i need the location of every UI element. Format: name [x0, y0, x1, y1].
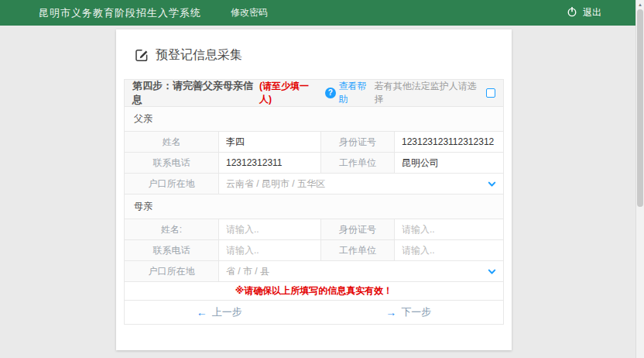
mother-phone-label: 联系电话	[125, 240, 219, 260]
scrollbar[interactable]: ▲	[635, 0, 644, 358]
power-icon	[567, 6, 577, 19]
arrow-left-icon: ←	[197, 307, 207, 318]
other-guardian-option: 若有其他法定监护人请选择	[375, 80, 495, 106]
father-work-label: 工作单位	[321, 153, 395, 173]
mother-name-label: 姓名:	[125, 219, 219, 239]
app-title: 昆明市义务教育阶段招生入学系统	[39, 6, 201, 20]
mother-name-input[interactable]	[219, 219, 320, 239]
form-card: 预登记信息采集 第四步：请完善父亲母亲信息 (请至少填一人) ? 查看帮助 若有…	[116, 29, 512, 350]
mother-region-label: 户口所在地	[125, 261, 219, 281]
father-name-label: 姓名	[125, 132, 219, 152]
father-name-id-row: 姓名 身份证号	[125, 132, 503, 153]
mother-region-value: 省 / 市 / 县	[219, 261, 480, 281]
father-phone-work-row: 联系电话 工作单位	[125, 153, 503, 174]
father-section-header: 父亲	[125, 107, 503, 132]
mother-work-input[interactable]	[395, 240, 503, 260]
mother-id-input[interactable]	[395, 219, 503, 239]
step-header: 第四步：请完善父亲母亲信息 (请至少填一人) ? 查看帮助 若有其他法定监护人请…	[125, 80, 503, 107]
father-name-input[interactable]	[219, 132, 320, 152]
next-step-button[interactable]: → 下一步	[314, 301, 504, 324]
chevron-down-icon	[480, 174, 503, 194]
scrollbar-thumb[interactable]	[637, 9, 643, 207]
next-step-label: 下一步	[401, 305, 431, 319]
step-title: 第四步：请完善父亲母亲信息	[132, 79, 259, 107]
father-work-input[interactable]	[395, 153, 503, 173]
prev-step-button[interactable]: ← 上一步	[125, 301, 314, 324]
guardian-form: 第四步：请完善父亲母亲信息 (请至少填一人) ? 查看帮助 若有其他法定监护人请…	[124, 79, 504, 325]
mother-id-label: 身份证号	[321, 219, 395, 239]
mother-phone-input[interactable]	[219, 240, 320, 260]
view-help-link[interactable]: ? 查看帮助	[325, 80, 375, 106]
truthfulness-notice: ※请确保以上所填写的信息真实有效！	[125, 282, 503, 301]
mother-work-label: 工作单位	[321, 240, 395, 260]
arrow-right-icon: →	[385, 307, 396, 318]
page-title: 预登记信息采集	[156, 47, 242, 64]
page-title-bar: 预登记信息采集	[116, 29, 512, 65]
other-guardian-label: 若有其他法定监护人请选择	[375, 80, 482, 106]
prev-step-label: 上一步	[212, 305, 242, 319]
father-region-value: 云南省 / 昆明市 / 五华区	[219, 174, 480, 194]
father-region-label: 户口所在地	[125, 174, 219, 194]
father-phone-label: 联系电话	[125, 153, 219, 173]
step-hint: (请至少填一人)	[259, 80, 319, 106]
edit-icon	[135, 48, 149, 62]
top-navbar: 昆明市义务教育阶段招生入学系统 修改密码 退出	[0, 0, 644, 26]
mother-section-header: 母亲	[125, 194, 503, 219]
father-phone-input[interactable]	[219, 153, 320, 173]
chevron-down-icon	[480, 261, 503, 281]
scrollbar-up-icon[interactable]: ▲	[636, 0, 644, 9]
mother-phone-work-row: 联系电话 工作单位	[125, 240, 503, 261]
mother-region-picker[interactable]: 户口所在地 省 / 市 / 县	[125, 261, 503, 282]
logout-label: 退出	[583, 6, 601, 19]
wizard-navigation: ← 上一步 → 下一步	[125, 301, 503, 324]
change-password-link[interactable]: 修改密码	[231, 6, 268, 19]
view-help-label: 查看帮助	[339, 80, 375, 106]
father-id-label: 身份证号	[321, 132, 395, 152]
mother-name-id-row: 姓名: 身份证号	[125, 219, 503, 240]
other-guardian-checkbox[interactable]	[486, 88, 495, 98]
help-icon: ?	[325, 88, 335, 98]
logout-button[interactable]: 退出	[567, 6, 601, 19]
father-id-input[interactable]	[395, 132, 503, 152]
father-region-picker[interactable]: 户口所在地 云南省 / 昆明市 / 五华区	[125, 174, 503, 194]
